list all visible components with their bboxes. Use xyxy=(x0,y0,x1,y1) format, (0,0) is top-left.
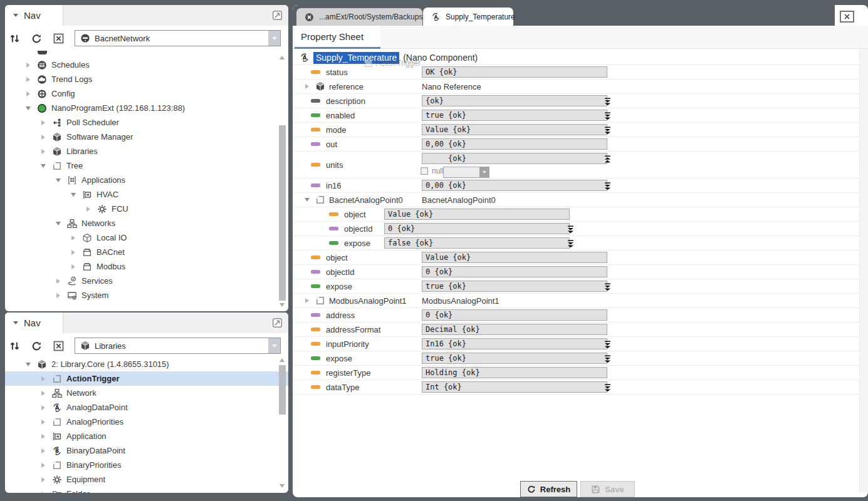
tree-item-trend-logs[interactable]: Trend Logs xyxy=(5,72,288,86)
tree-item-modbus[interactable]: Modbus xyxy=(5,259,288,274)
property-value-field[interactable]: Value {ok} xyxy=(384,209,570,220)
double-chevron-down-icon[interactable] xyxy=(567,239,575,248)
combo-dropdown-button[interactable] xyxy=(268,338,280,353)
property-value-field[interactable]: {ok} xyxy=(422,95,607,106)
property-value-field[interactable]: Decimal {ok} xyxy=(422,324,607,335)
expand-arrow-icon[interactable] xyxy=(39,374,47,383)
expand-arrow-icon[interactable] xyxy=(54,291,62,299)
double-chevron-down-icon[interactable] xyxy=(604,126,612,135)
property-value-field[interactable]: true {ok} xyxy=(422,110,607,121)
property-value-field[interactable]: Value {ok} xyxy=(422,252,607,263)
tree-item-config[interactable]: Config xyxy=(5,86,288,101)
tree-item-software-manager[interactable]: Software Manager xyxy=(5,130,288,144)
double-chevron-up-icon[interactable] xyxy=(604,155,612,163)
tree-item-services[interactable]: Services xyxy=(5,274,288,288)
scroll-up-icon[interactable] xyxy=(280,358,285,362)
tree-item-2-library-core-1-4-8655-31015[interactable]: 2: Library.Core (1.4.8655.31015) xyxy=(5,357,288,371)
tree-item-bacnet[interactable]: BACnet xyxy=(5,245,288,259)
scrollbar[interactable] xyxy=(278,54,286,308)
component-name-selected[interactable]: Supply_Temperature xyxy=(313,52,399,64)
scroll-up-icon[interactable] xyxy=(280,56,285,59)
units-dropdown[interactable] xyxy=(443,167,489,178)
tree-item-schedules[interactable]: Schedules xyxy=(5,58,288,72)
property-value-field[interactable]: true {ok} xyxy=(422,281,607,292)
collapse-arrow-icon[interactable] xyxy=(303,196,311,204)
expand-arrow-icon[interactable] xyxy=(54,277,62,285)
clear-selection-icon[interactable] xyxy=(53,340,64,351)
property-value-field[interactable]: In16 {ok} xyxy=(422,338,607,349)
expand-arrow-icon[interactable] xyxy=(39,447,47,455)
expand-arrow-icon[interactable] xyxy=(303,83,311,91)
nav-scope-combobox[interactable]: BacnetNetwork xyxy=(75,30,281,46)
tree-item-application[interactable]: Application xyxy=(5,429,288,443)
tab-property-sheet[interactable]: Property Sheet xyxy=(295,26,380,49)
property-value-field[interactable]: Int {ok} xyxy=(422,381,607,393)
expand-arrow-icon[interactable] xyxy=(39,490,47,493)
tree-item-binarydatapoint[interactable]: B BinaryDataPoint xyxy=(5,443,288,458)
combo-dropdown-button[interactable] xyxy=(268,31,280,46)
close-view-button[interactable] xyxy=(840,11,854,23)
expand-arrow-icon[interactable] xyxy=(39,147,47,155)
property-value-field[interactable]: 0,00 {ok} xyxy=(422,138,607,150)
tree-item-analogdatapoint[interactable]: A AnalogDataPoint xyxy=(5,400,288,415)
nav-tab[interactable]: Nav xyxy=(5,312,63,333)
expand-arrow-icon[interactable] xyxy=(69,234,77,242)
double-chevron-down-icon[interactable] xyxy=(604,383,612,392)
scroll-rail[interactable] xyxy=(859,49,868,492)
scrollbar-thumb[interactable] xyxy=(279,365,286,415)
property-value-field[interactable]: 0 {ok} xyxy=(422,266,607,277)
double-chevron-down-icon[interactable] xyxy=(604,340,612,349)
document-tab-amext-root-system-backups[interactable]: ...amExt/Root/System/Backups xyxy=(296,8,422,26)
expand-arrow-icon[interactable] xyxy=(69,262,77,271)
expand-arrow-icon[interactable] xyxy=(39,403,47,411)
dropdown-arrow-icon[interactable] xyxy=(479,167,489,177)
nav-scope-combobox[interactable]: Libraries xyxy=(75,338,281,354)
tree-item-folder[interactable]: Folder xyxy=(5,487,288,493)
tree-item-tree[interactable]: Tree xyxy=(5,158,288,173)
refresh-icon[interactable] xyxy=(31,340,42,351)
tree-item-binarypriorities[interactable]: BinaryPriorities xyxy=(5,458,288,472)
collapse-arrow-icon[interactable] xyxy=(24,104,32,112)
property-value-field[interactable]: 0,00 {ok} xyxy=(422,180,607,191)
save-button[interactable]: Save xyxy=(580,481,635,497)
tree-item-fcu[interactable]: FCU xyxy=(5,202,288,216)
expand-arrow-icon[interactable] xyxy=(39,118,47,127)
document-tab-supply-temperature[interactable]: A Supply_Temperature xyxy=(423,8,513,26)
property-value-field[interactable]: false {ok} xyxy=(384,237,570,249)
expand-arrow-icon[interactable] xyxy=(39,432,47,440)
expand-arrow-icon[interactable] xyxy=(24,90,32,98)
close-tab-icon[interactable] xyxy=(305,12,314,22)
double-chevron-down-icon[interactable] xyxy=(604,111,612,120)
collapse-arrow-icon[interactable] xyxy=(24,360,32,368)
popout-icon[interactable] xyxy=(272,10,283,21)
scrollbar-thumb[interactable] xyxy=(279,125,286,301)
nav-tab[interactable]: Nav xyxy=(5,5,63,26)
tree-item-actiontrigger[interactable]: ActionTrigger xyxy=(5,371,288,386)
tree-item-local-io[interactable]: Local IO xyxy=(5,230,288,245)
collapse-arrow-icon[interactable] xyxy=(69,190,77,199)
tree-item-equipment[interactable]: Equipment xyxy=(5,472,288,487)
property-value-field[interactable]: OK {ok} xyxy=(422,66,607,78)
sort-icon[interactable] xyxy=(9,340,20,351)
collapse-arrow-icon[interactable] xyxy=(54,219,62,227)
sort-icon[interactable] xyxy=(9,33,20,44)
expand-arrow-icon[interactable] xyxy=(39,389,47,397)
expand-arrow-icon[interactable] xyxy=(69,248,77,256)
tree-item-hvac[interactable]: HVAC xyxy=(5,187,288,202)
tree-item-networks[interactable]: Networks xyxy=(5,216,288,230)
tree-item-system[interactable]: System xyxy=(5,288,288,302)
tree-item-nanoprogramext-192-168-1-123-88[interactable]: NanoProgramExt (192.168.1.123:88) xyxy=(5,101,288,115)
expand-arrow-icon[interactable] xyxy=(84,205,92,213)
collapse-arrow-icon[interactable] xyxy=(54,176,62,184)
scroll-down-icon[interactable] xyxy=(280,303,285,307)
property-value-field[interactable]: Holding {ok} xyxy=(422,367,607,378)
tree-item-network[interactable]: Network xyxy=(5,386,288,400)
scroll-down-icon[interactable] xyxy=(280,484,285,488)
expand-arrow-icon[interactable] xyxy=(39,133,47,141)
refresh-button[interactable]: Refresh xyxy=(520,481,577,497)
clear-selection-icon[interactable] xyxy=(53,33,64,44)
null-checkbox[interactable] xyxy=(421,167,429,175)
expand-arrow-icon[interactable] xyxy=(39,475,47,483)
double-chevron-down-icon[interactable] xyxy=(604,282,612,291)
tree-item-poll-scheduler[interactable]: Poll Scheduler xyxy=(5,115,288,130)
